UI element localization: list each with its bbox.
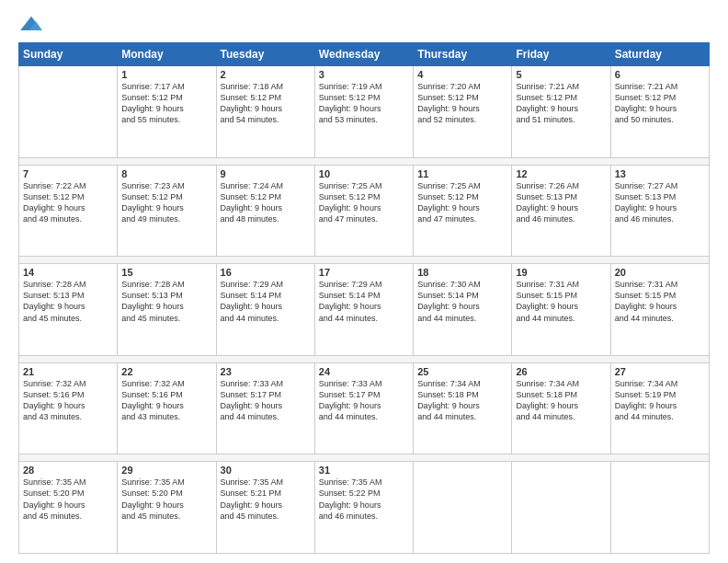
day-number: 10 [319,168,409,179]
week-row-2: 7Sunrise: 7:22 AM Sunset: 5:12 PM Daylig… [19,165,710,257]
day-info: Sunrise: 7:28 AM Sunset: 5:13 PM Dayligh… [23,279,113,324]
day-number: 22 [121,366,211,377]
day-info: Sunrise: 7:35 AM Sunset: 5:20 PM Dayligh… [121,477,211,522]
day-info: Sunrise: 7:25 AM Sunset: 5:12 PM Dayligh… [319,180,409,225]
day-cell: 19Sunrise: 7:31 AM Sunset: 5:15 PM Dayli… [512,264,610,356]
day-cell: 14Sunrise: 7:28 AM Sunset: 5:13 PM Dayli… [19,264,118,356]
day-info: Sunrise: 7:29 AM Sunset: 5:14 PM Dayligh… [221,279,311,324]
week-row-1: 1Sunrise: 7:17 AM Sunset: 5:12 PM Daylig… [19,66,710,158]
separator-cell [414,355,512,362]
day-number: 21 [23,366,113,377]
day-info: Sunrise: 7:29 AM Sunset: 5:14 PM Dayligh… [319,279,409,324]
day-number: 12 [516,168,606,179]
week-row-5: 28Sunrise: 7:35 AM Sunset: 5:20 PM Dayli… [19,462,710,554]
day-cell: 28Sunrise: 7:35 AM Sunset: 5:20 PM Dayli… [19,462,118,554]
day-cell: 31Sunrise: 7:35 AM Sunset: 5:22 PM Dayli… [314,462,413,554]
day-cell: 9Sunrise: 7:24 AM Sunset: 5:12 PM Daylig… [216,165,314,257]
logo [18,15,48,35]
day-info: Sunrise: 7:31 AM Sunset: 5:15 PM Dayligh… [516,279,606,324]
separator-cell [610,454,709,462]
day-info: Sunrise: 7:22 AM Sunset: 5:12 PM Dayligh… [23,180,113,225]
week-row-3: 14Sunrise: 7:28 AM Sunset: 5:13 PM Dayli… [19,264,710,356]
day-number: 17 [319,267,409,278]
day-info: Sunrise: 7:25 AM Sunset: 5:12 PM Dayligh… [417,180,507,225]
day-cell: 5Sunrise: 7:21 AM Sunset: 5:12 PM Daylig… [512,66,610,158]
separator-cell [216,355,314,362]
day-number: 1 [121,69,211,80]
day-cell: 21Sunrise: 7:32 AM Sunset: 5:16 PM Dayli… [19,362,118,454]
day-number: 24 [319,366,409,377]
separator-cell [512,454,610,462]
col-header-tuesday: Tuesday [216,43,314,66]
day-number: 7 [23,168,113,179]
day-cell: 26Sunrise: 7:34 AM Sunset: 5:18 PM Dayli… [512,362,610,454]
day-info: Sunrise: 7:35 AM Sunset: 5:22 PM Dayligh… [319,477,409,522]
day-info: Sunrise: 7:35 AM Sunset: 5:20 PM Dayligh… [23,477,113,522]
day-cell: 20Sunrise: 7:31 AM Sunset: 5:15 PM Dayli… [610,264,709,356]
separator-cell [610,157,709,165]
day-cell: 3Sunrise: 7:19 AM Sunset: 5:12 PM Daylig… [314,66,413,158]
col-header-thursday: Thursday [414,43,512,66]
header [18,15,710,35]
week-separator [19,157,710,165]
day-number: 23 [221,366,311,377]
day-number: 15 [121,267,211,278]
day-cell: 12Sunrise: 7:26 AM Sunset: 5:13 PM Dayli… [512,165,610,257]
calendar-table: SundayMondayTuesdayWednesdayThursdayFrid… [18,42,710,554]
day-cell: 10Sunrise: 7:25 AM Sunset: 5:12 PM Dayli… [314,165,413,257]
day-number: 30 [221,465,311,476]
day-cell: 16Sunrise: 7:29 AM Sunset: 5:14 PM Dayli… [216,264,314,356]
day-info: Sunrise: 7:32 AM Sunset: 5:16 PM Dayligh… [23,378,113,423]
day-info: Sunrise: 7:33 AM Sunset: 5:17 PM Dayligh… [221,378,311,423]
separator-cell [216,157,314,165]
day-info: Sunrise: 7:18 AM Sunset: 5:12 PM Dayligh… [221,81,311,126]
day-cell: 25Sunrise: 7:34 AM Sunset: 5:18 PM Dayli… [414,362,512,454]
separator-cell [414,257,512,264]
separator-cell [118,257,216,264]
day-cell: 15Sunrise: 7:28 AM Sunset: 5:13 PM Dayli… [118,264,216,356]
separator-cell [19,355,118,362]
day-cell: 13Sunrise: 7:27 AM Sunset: 5:13 PM Dayli… [610,165,709,257]
day-number: 6 [615,69,705,80]
day-number: 18 [417,267,507,278]
separator-cell [414,157,512,165]
day-number: 28 [23,465,113,476]
day-number: 11 [417,168,507,179]
day-number: 3 [319,69,409,80]
day-info: Sunrise: 7:34 AM Sunset: 5:18 PM Dayligh… [516,378,606,423]
day-cell: 6Sunrise: 7:21 AM Sunset: 5:12 PM Daylig… [610,66,709,158]
day-info: Sunrise: 7:30 AM Sunset: 5:14 PM Dayligh… [417,279,507,324]
day-info: Sunrise: 7:32 AM Sunset: 5:16 PM Dayligh… [121,378,211,423]
day-cell [414,462,512,554]
separator-cell [512,355,610,362]
separator-cell [512,257,610,264]
day-info: Sunrise: 7:31 AM Sunset: 5:15 PM Dayligh… [615,279,705,324]
separator-cell [314,355,413,362]
day-number: 19 [516,267,606,278]
separator-cell [216,454,314,462]
day-number: 2 [221,69,311,80]
day-cell: 11Sunrise: 7:25 AM Sunset: 5:12 PM Dayli… [414,165,512,257]
week-separator [19,454,710,462]
col-header-friday: Friday [512,43,610,66]
day-number: 9 [221,168,311,179]
day-info: Sunrise: 7:35 AM Sunset: 5:21 PM Dayligh… [221,477,311,522]
day-number: 29 [121,465,211,476]
day-number: 8 [121,168,211,179]
day-info: Sunrise: 7:28 AM Sunset: 5:13 PM Dayligh… [121,279,211,324]
separator-cell [610,257,709,264]
separator-cell [118,454,216,462]
separator-cell [512,157,610,165]
day-number: 20 [615,267,705,278]
col-header-monday: Monday [118,43,216,66]
day-cell: 2Sunrise: 7:18 AM Sunset: 5:12 PM Daylig… [216,66,314,158]
day-cell: 4Sunrise: 7:20 AM Sunset: 5:12 PM Daylig… [414,66,512,158]
day-info: Sunrise: 7:26 AM Sunset: 5:13 PM Dayligh… [516,180,606,225]
separator-cell [314,454,413,462]
day-info: Sunrise: 7:21 AM Sunset: 5:12 PM Dayligh… [516,81,606,126]
day-number: 25 [417,366,507,377]
day-info: Sunrise: 7:17 AM Sunset: 5:12 PM Dayligh… [121,81,211,126]
day-cell: 29Sunrise: 7:35 AM Sunset: 5:20 PM Dayli… [118,462,216,554]
day-cell: 24Sunrise: 7:33 AM Sunset: 5:17 PM Dayli… [314,362,413,454]
day-number: 31 [319,465,409,476]
